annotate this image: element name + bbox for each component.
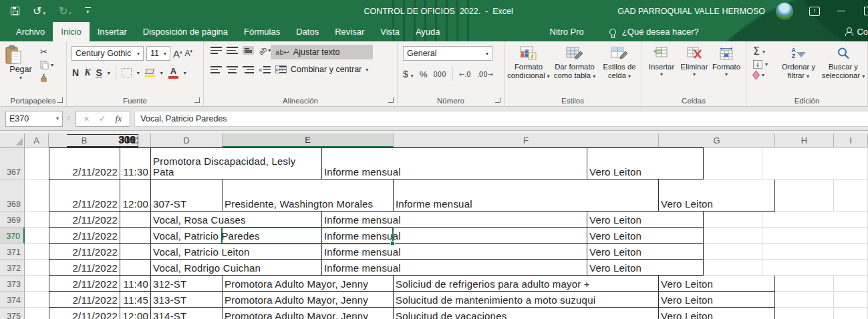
row-header-373[interactable]: 373 xyxy=(0,276,25,292)
column-header-F[interactable]: F xyxy=(394,133,659,147)
cell-D374[interactable]: 313-ST xyxy=(151,292,223,308)
cell-E374[interactable]: Promotora Adulto Mayor, Jenny xyxy=(223,292,394,308)
cell-A374[interactable] xyxy=(25,292,49,308)
cell-H369[interactable] xyxy=(704,212,762,228)
cell-G369[interactable]: Vero Leiton xyxy=(587,212,704,228)
row-header-367[interactable]: 367 xyxy=(0,147,25,180)
cell-F375[interactable]: Solucitud de vacaciones xyxy=(394,308,659,319)
row-header-371[interactable]: 371 xyxy=(0,244,25,260)
tab-nitro-pro[interactable]: Nitro Pro xyxy=(542,22,592,41)
dialog-launcher-icon[interactable] xyxy=(194,97,200,103)
delete-cells-button[interactable]: Eliminar ▾ xyxy=(678,45,710,78)
cell-G367[interactable]: Vero Leiton xyxy=(587,147,704,180)
cell-G372[interactable]: Vero Leiton xyxy=(587,260,704,276)
cell-styles-button[interactable]: Estilos de celda ▾ xyxy=(599,45,640,81)
cell-I370[interactable] xyxy=(762,228,868,244)
cell-F372[interactable]: Informe mensual xyxy=(322,260,587,276)
cell-F370[interactable]: Informe mensual xyxy=(322,228,587,244)
cell-G368[interactable]: Vero Leiton xyxy=(659,180,775,212)
save-icon[interactable] xyxy=(11,7,19,15)
share-button[interactable]: Co xyxy=(845,22,868,41)
cell-A369[interactable] xyxy=(25,212,49,228)
cell-A375[interactable] xyxy=(25,308,49,319)
column-header-D[interactable]: D xyxy=(151,133,223,147)
cell-G371[interactable]: Vero Leiton xyxy=(587,244,704,260)
cell-I373[interactable] xyxy=(834,276,868,292)
sort-filter-button[interactable]: AZ Ordenar y filtrar ▾ xyxy=(777,45,820,81)
chevron-down-icon[interactable]: ▾ xyxy=(160,70,163,76)
cell-B375[interactable]: 2/11/2022 xyxy=(49,308,120,319)
column-header-E[interactable]: E xyxy=(223,133,394,147)
tab-insertar[interactable]: Insertar xyxy=(90,22,135,41)
cell-H373[interactable] xyxy=(775,276,834,292)
cell-E375[interactable]: Promotora Adulto Mayor, Jenny xyxy=(223,308,394,319)
cell-F371[interactable]: Informe mensual xyxy=(322,244,587,260)
paste-button[interactable]: Pegar ▾ xyxy=(5,45,37,81)
cell-I368[interactable] xyxy=(834,180,868,212)
customize-qat-button[interactable]: ▾ xyxy=(85,7,91,15)
column-header-H[interactable]: H xyxy=(775,133,834,147)
cancel-button[interactable]: × xyxy=(84,113,90,124)
format-cells-button[interactable]: Formato ▾ xyxy=(711,45,742,78)
cell-D373[interactable]: 312-ST xyxy=(151,276,223,292)
undo-button[interactable]: ↺▾ xyxy=(33,5,45,17)
row-header-372[interactable]: 372 xyxy=(0,260,25,276)
tab-disposici-n-de-p-gina[interactable]: Disposición de página xyxy=(135,22,236,41)
cell-H372[interactable] xyxy=(704,260,762,276)
row-header-374[interactable]: 374 xyxy=(0,292,25,308)
row-header-375[interactable]: 375 xyxy=(0,308,25,319)
align-middle-button[interactable] xyxy=(227,46,238,55)
cut-button[interactable]: ✂ xyxy=(40,47,47,57)
cell-A368[interactable] xyxy=(25,180,49,212)
cell-B370[interactable]: 2/11/2022 xyxy=(49,228,120,244)
tab-inicio[interactable]: Inicio xyxy=(53,22,89,41)
tab-archivo[interactable]: Archivo xyxy=(8,22,53,41)
cell-H368[interactable] xyxy=(775,180,834,212)
cell-F368[interactable]: Informe mensual xyxy=(394,180,659,212)
enter-button[interactable]: ✓ xyxy=(99,113,106,123)
row-header-369[interactable]: 369 xyxy=(0,212,25,228)
shrink-font-button[interactable]: A▾ xyxy=(185,49,193,58)
cell-C375[interactable]: 12:00 xyxy=(120,308,151,319)
account-name[interactable]: GAD PARROQUIAL VALLE HERMOSO xyxy=(617,7,765,16)
cell-I367[interactable] xyxy=(762,147,868,180)
cell-I374[interactable] xyxy=(834,292,868,308)
cell-C367[interactable]: 11:30 xyxy=(120,147,151,180)
number-format-select[interactable]: General▾ xyxy=(403,46,492,61)
fill-color-button[interactable] xyxy=(145,69,155,77)
copy-button[interactable]: ▾ xyxy=(40,61,53,69)
cell-B368[interactable]: 2/11/2022 xyxy=(49,180,120,212)
cell-I372[interactable] xyxy=(762,260,868,276)
clear-button[interactable]: ▾ xyxy=(753,72,768,78)
insert-cells-button[interactable]: Insertar ▾ xyxy=(646,45,677,78)
column-header-I[interactable]: I xyxy=(834,133,868,147)
cell-G370[interactable]: Vero Leiton xyxy=(587,228,704,244)
dialog-launcher-icon[interactable] xyxy=(495,97,500,103)
decrease-decimal-button[interactable]: ←←.0.0 xyxy=(459,71,471,78)
font-color-button[interactable]: A xyxy=(168,67,178,79)
cell-B367[interactable]: 2/11/2022 xyxy=(49,147,120,180)
comma-style-button[interactable]: 000 xyxy=(434,70,446,78)
tab-datos[interactable]: Datos xyxy=(288,22,327,41)
chevron-down-icon[interactable]: ▾ xyxy=(184,70,186,76)
align-center-button[interactable] xyxy=(227,65,238,74)
decrease-indent-button[interactable]: « xyxy=(259,65,271,74)
orientation-button[interactable]: ab▾ xyxy=(259,47,271,55)
formula-input[interactable]: Vocal, Patricio Paredes xyxy=(134,111,868,127)
chevron-down-icon[interactable]: ▾ xyxy=(108,70,110,76)
cell-E371[interactable]: Vocal, Patricio Leiton xyxy=(151,244,322,260)
percent-style-button[interactable]: % xyxy=(420,69,428,79)
bold-button[interactable]: N xyxy=(72,67,79,78)
tab-vista[interactable]: Vista xyxy=(372,22,408,41)
cell-C373[interactable]: 11:40 xyxy=(120,276,151,292)
cell-C374[interactable]: 11:45 xyxy=(120,292,151,308)
cell-A370[interactable] xyxy=(25,228,49,244)
tell-me-box[interactable]: ¿Qué desea hacer? xyxy=(609,22,699,41)
align-bottom-button[interactable] xyxy=(243,46,254,55)
cell-A373[interactable] xyxy=(25,276,49,292)
align-top-button[interactable] xyxy=(210,46,222,55)
align-right-button[interactable] xyxy=(243,65,254,74)
align-left-button[interactable] xyxy=(210,65,222,74)
row-header-370[interactable]: 370 xyxy=(0,228,25,244)
name-box[interactable]: E370▾ xyxy=(5,111,63,127)
